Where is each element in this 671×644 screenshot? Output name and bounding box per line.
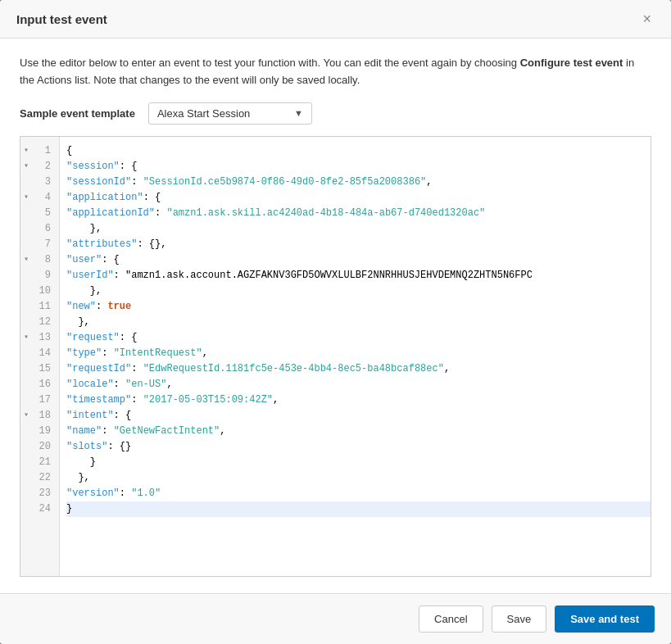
code-line: "version": "1.0" (66, 486, 651, 501)
line-number: 1 (20, 143, 59, 159)
code-line: } (66, 455, 651, 470)
line-number: 4 (20, 190, 59, 206)
code-line: "userId": "amzn1.ask.account.AGZFAKNV3GF… (66, 268, 651, 283)
line-number: 21 (20, 455, 59, 470)
description-bold: Configure test event (520, 57, 623, 69)
code-editor[interactable]: 123456789101112131415161718192021222324 … (20, 136, 651, 577)
code-line: "application": { (66, 190, 651, 206)
cancel-button[interactable]: Cancel (419, 605, 483, 633)
code-line: "locale": "en-US", (66, 377, 651, 392)
code-line: "session": { (66, 159, 651, 175)
line-number: 5 (20, 206, 59, 221)
code-line: { (66, 143, 651, 159)
save-and-test-button[interactable]: Save and test (555, 605, 655, 633)
save-button[interactable]: Save (492, 605, 547, 633)
line-number: 17 (20, 392, 59, 408)
code-line: } (66, 501, 651, 517)
code-line: "intent": { (66, 408, 651, 424)
code-line: "attributes": {}, (66, 237, 651, 252)
line-numbers: 123456789101112131415161718192021222324 (20, 137, 60, 576)
line-number: 23 (20, 486, 59, 501)
line-number: 18 (20, 408, 59, 424)
line-number: 7 (20, 237, 59, 252)
code-line: }, (66, 315, 651, 330)
modal-overlay: Input test event × Use the editor below … (0, 0, 671, 644)
line-number: 10 (20, 283, 59, 299)
modal-header: Input test event × (0, 0, 671, 39)
template-row: Sample event template Alexa Start Sessio… (20, 102, 651, 125)
line-number: 16 (20, 377, 59, 392)
modal: Input test event × Use the editor below … (0, 0, 671, 644)
code-line: "new": true (66, 299, 651, 315)
code-line: }, (66, 283, 651, 299)
code-line: "request": { (66, 330, 651, 346)
modal-footer: Cancel Save Save and test (0, 593, 671, 644)
code-line: "timestamp": "2017-05-03T15:09:42Z", (66, 392, 651, 408)
code-line: "type": "IntentRequest", (66, 346, 651, 361)
line-number: 20 (20, 439, 59, 455)
template-select[interactable]: Alexa Start Session ▼ (148, 102, 312, 125)
line-number: 14 (20, 346, 59, 361)
line-number: 22 (20, 470, 59, 486)
line-number: 8 (20, 252, 59, 268)
close-button[interactable]: × (639, 11, 655, 26)
line-number: 19 (20, 424, 59, 439)
line-number: 13 (20, 330, 59, 346)
line-number: 12 (20, 315, 59, 330)
line-number: 6 (20, 221, 59, 237)
code-line: }, (66, 221, 651, 237)
line-number: 11 (20, 299, 59, 315)
chevron-down-icon: ▼ (294, 108, 303, 118)
line-number: 3 (20, 175, 59, 190)
code-line: "name": "GetNewFactIntent", (66, 424, 651, 439)
template-selected-value: Alexa Start Session (157, 107, 250, 120)
code-line: }, (66, 470, 651, 486)
template-label: Sample event template (20, 107, 135, 120)
code-line: "slots": {} (66, 439, 651, 455)
code-line: "requestId": "EdwRequestId.1181fc5e-453e… (66, 361, 651, 377)
description-part1: Use the editor below to enter an event t… (20, 57, 520, 69)
line-number: 9 (20, 268, 59, 283)
line-number: 15 (20, 361, 59, 377)
modal-body: Use the editor below to enter an event t… (0, 39, 671, 593)
code-line: "sessionId": "SessionId.ce5b9874-0f86-49… (66, 175, 651, 190)
code-content[interactable]: { "session": { "sessionId": "SessionId.c… (60, 137, 651, 576)
code-line: "applicationId": "amzn1.ask.skill.ac4240… (66, 206, 651, 221)
modal-title: Input test event (16, 12, 107, 26)
code-line: "user": { (66, 252, 651, 268)
description-text: Use the editor below to enter an event t… (20, 55, 651, 89)
line-number: 24 (20, 501, 59, 517)
line-number: 2 (20, 159, 59, 175)
